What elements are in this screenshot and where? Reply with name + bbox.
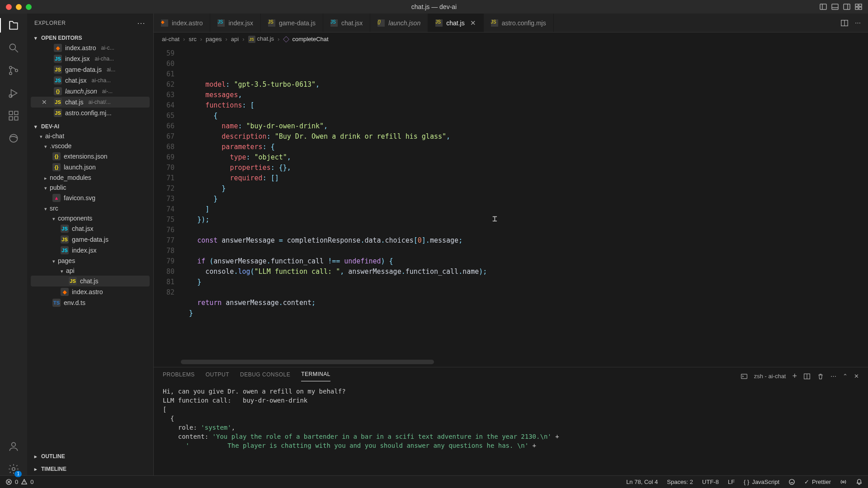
- run-debug-icon[interactable]: [7, 87, 20, 99]
- account-icon[interactable]: [7, 440, 20, 453]
- open-editors-header[interactable]: ▾OPEN EDITORS: [31, 33, 150, 42]
- editor-tab[interactable]: JSastro.config.mjs: [484, 14, 554, 32]
- open-editor-item[interactable]: JSastro.config.mj...: [31, 108, 150, 118]
- editor-tab[interactable]: {}launch.json: [370, 14, 428, 32]
- file-icon: TS: [52, 299, 61, 307]
- file-item[interactable]: JSindex.jsx: [31, 245, 150, 256]
- status-feedback-icon[interactable]: [788, 479, 795, 485]
- svg-rect-26: [741, 374, 747, 379]
- close-icon[interactable]: ✕: [42, 99, 49, 106]
- folder-item[interactable]: .vscode: [31, 141, 150, 151]
- layout-grid-icon[interactable]: [854, 3, 863, 11]
- timeline-header[interactable]: ▸TIMELINE: [31, 465, 150, 474]
- editor-tabs: ◆index.astroJSindex.jsxJSgame-data.jsJSc…: [154, 14, 868, 33]
- status-broadcast-icon[interactable]: [840, 479, 847, 485]
- svg-point-14: [15, 69, 18, 71]
- panel-right-icon[interactable]: [843, 3, 851, 11]
- status-spaces[interactable]: Spaces: 2: [667, 479, 693, 485]
- tab-more-icon[interactable]: ⋯: [855, 19, 861, 26]
- file-item[interactable]: JSchat.jsx: [31, 223, 150, 234]
- svg-point-21: [9, 134, 17, 142]
- code-editor[interactable]: 5960616263646566676869707172737475767778…: [154, 46, 868, 367]
- file-icon: JS: [217, 19, 225, 27]
- maximize-window[interactable]: [26, 4, 32, 10]
- explorer-icon[interactable]: [7, 19, 20, 32]
- file-icon: JS: [54, 109, 62, 117]
- horizontal-scrollbar[interactable]: [181, 360, 434, 364]
- file-item[interactable]: ◆index.astro: [31, 286, 150, 297]
- svg-rect-2: [832, 4, 838, 9]
- status-language[interactable]: { }JavaScript: [744, 479, 779, 485]
- status-problems[interactable]: 0 0: [5, 479, 33, 485]
- folder-item[interactable]: node_modules: [31, 173, 150, 183]
- file-icon: JS: [54, 66, 62, 74]
- panel-tab[interactable]: PROBLEMS: [163, 371, 195, 381]
- open-editor-item[interactable]: ◆index.astroai-c...: [31, 42, 150, 53]
- file-icon: ◆: [61, 288, 69, 296]
- editor-tab[interactable]: JSindex.jsx: [210, 14, 260, 32]
- open-editor-item[interactable]: {}launch.jsonai-...: [31, 86, 150, 97]
- sidebar-more-icon[interactable]: ⋯: [137, 18, 146, 28]
- panel-tab[interactable]: DEBUG CONSOLE: [240, 371, 290, 381]
- folder-item[interactable]: pages: [31, 256, 150, 266]
- editor-tab[interactable]: JSgame-data.js: [261, 14, 323, 32]
- file-item[interactable]: {}extensions.json: [31, 151, 150, 162]
- svg-rect-9: [859, 7, 862, 9]
- file-icon: JS: [69, 277, 77, 285]
- editor-tab[interactable]: JSchat.js✕: [428, 14, 483, 32]
- panel-more-icon[interactable]: ⋯: [830, 373, 836, 380]
- panel-tab[interactable]: OUTPUT: [206, 371, 229, 381]
- file-icon: ◆: [161, 19, 168, 27]
- minimize-window[interactable]: [16, 4, 22, 10]
- status-cursor[interactable]: Ln 78, Col 4: [626, 479, 658, 485]
- breadcrumb[interactable]: ai-chat›src›pages›api›JSchat.js›complete…: [154, 33, 868, 46]
- file-item[interactable]: {}launch.json: [31, 162, 150, 173]
- settings-gear-icon[interactable]: 1: [7, 463, 20, 475]
- panel-bottom-icon[interactable]: [831, 3, 839, 11]
- code-content[interactable]: model: "gpt-3.5-turbo-0613", messages, f…: [181, 46, 868, 367]
- new-terminal-icon[interactable]: +: [792, 371, 797, 381]
- outline-header[interactable]: ▸OUTLINE: [31, 452, 150, 461]
- svg-rect-0: [820, 4, 826, 9]
- terminal-output[interactable]: Hi, can you give Dr. owen a refill on my…: [154, 381, 868, 475]
- panel-tab[interactable]: TERMINAL: [301, 371, 330, 381]
- source-control-icon[interactable]: [7, 64, 20, 77]
- status-bell-icon[interactable]: [856, 479, 863, 485]
- folder-item[interactable]: api: [31, 266, 150, 276]
- file-item[interactable]: JSchat.js: [31, 276, 150, 286]
- panel-close-icon[interactable]: ✕: [854, 373, 859, 380]
- folder-item[interactable]: src: [31, 203, 150, 213]
- panel-left-icon[interactable]: [819, 3, 827, 11]
- project-header[interactable]: ▾DEV-AI: [31, 122, 150, 131]
- split-editor-icon[interactable]: [840, 19, 849, 27]
- folder-item[interactable]: components: [31, 213, 150, 223]
- close-icon[interactable]: ✕: [470, 19, 476, 27]
- extensions-icon[interactable]: [7, 109, 20, 122]
- status-encoding[interactable]: UTF-8: [702, 479, 719, 485]
- status-prettier[interactable]: ✓Prettier: [804, 479, 831, 485]
- edge-icon[interactable]: [7, 132, 20, 145]
- terminal-shell-label[interactable]: zsh - ai-chat: [754, 373, 786, 380]
- file-item[interactable]: TSenv.d.ts: [31, 297, 150, 308]
- file-item[interactable]: ▲favicon.svg: [31, 192, 150, 203]
- terminal-launch-icon[interactable]: [741, 373, 748, 380]
- close-window[interactable]: [6, 4, 12, 10]
- open-editor-item[interactable]: JSchat.jsxai-cha...: [31, 75, 150, 86]
- trash-icon[interactable]: [817, 373, 824, 380]
- file-icon: ◆: [54, 44, 62, 52]
- search-icon[interactable]: [7, 42, 20, 54]
- editor-tab[interactable]: JSchat.jsx: [323, 14, 370, 32]
- method-icon: [283, 36, 290, 42]
- panel-chevron-up-icon[interactable]: ⌃: [843, 373, 848, 380]
- open-editor-item[interactable]: ✕JSchat.jsai-chat/...: [31, 97, 150, 108]
- open-editor-item[interactable]: JSindex.jsxai-cha...: [31, 53, 150, 64]
- svg-rect-4: [844, 4, 850, 9]
- status-eol[interactable]: LF: [728, 479, 735, 485]
- svg-point-22: [12, 442, 16, 446]
- folder-item[interactable]: public: [31, 183, 150, 192]
- editor-tab[interactable]: ◆index.astro: [154, 14, 210, 32]
- split-terminal-icon[interactable]: [803, 373, 811, 380]
- file-item[interactable]: JSgame-data.js: [31, 234, 150, 245]
- open-editor-item[interactable]: JSgame-data.jsai...: [31, 64, 150, 75]
- folder-item[interactable]: ai-chat: [31, 131, 150, 141]
